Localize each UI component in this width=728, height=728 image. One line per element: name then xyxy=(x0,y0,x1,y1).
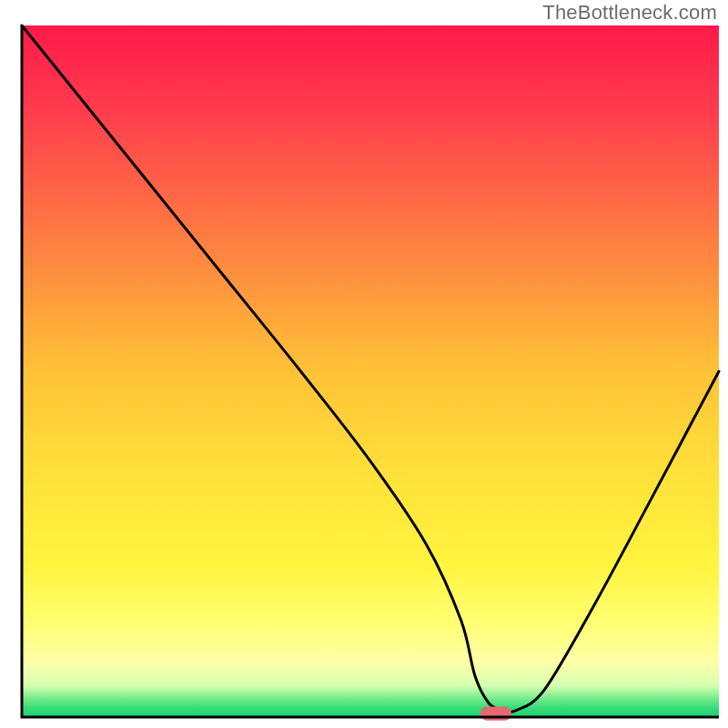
optimal-marker xyxy=(480,707,511,721)
chart-container: TheBottleneck.com xyxy=(0,0,728,728)
bottleneck-chart xyxy=(0,0,728,728)
gradient-background xyxy=(22,25,719,717)
